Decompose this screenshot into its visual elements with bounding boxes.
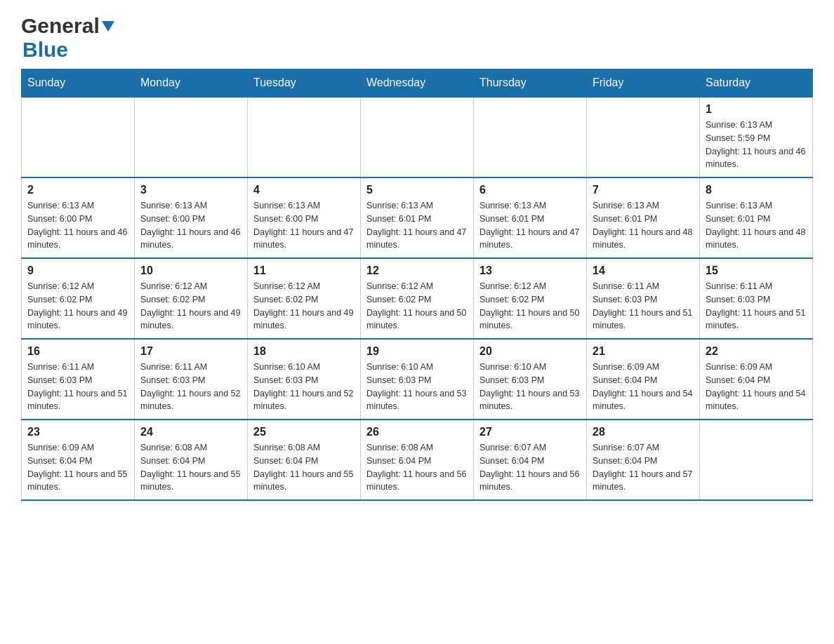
logo: General Blue bbox=[21, 14, 114, 62]
day-sun-info: Sunrise: 6:12 AMSunset: 6:02 PMDaylight:… bbox=[27, 280, 128, 333]
calendar-week-row: 2Sunrise: 6:13 AMSunset: 6:00 PMDaylight… bbox=[22, 177, 813, 258]
calendar-cell: 26Sunrise: 6:08 AMSunset: 6:04 PMDayligh… bbox=[361, 420, 474, 500]
calendar-cell: 4Sunrise: 6:13 AMSunset: 6:00 PMDaylight… bbox=[248, 177, 361, 258]
logo-triangle-icon bbox=[102, 21, 114, 32]
day-number: 18 bbox=[253, 345, 355, 358]
day-number: 17 bbox=[140, 345, 241, 358]
weekday-header-thursday: Thursday bbox=[474, 69, 587, 98]
day-number: 10 bbox=[140, 264, 241, 277]
calendar-cell bbox=[474, 97, 587, 177]
day-sun-info: Sunrise: 6:08 AMSunset: 6:04 PMDaylight:… bbox=[366, 441, 468, 494]
weekday-header-wednesday: Wednesday bbox=[361, 69, 474, 98]
day-number: 6 bbox=[479, 184, 581, 196]
day-number: 23 bbox=[27, 426, 128, 438]
calendar-cell: 11Sunrise: 6:12 AMSunset: 6:02 PMDayligh… bbox=[248, 258, 361, 339]
calendar-cell bbox=[587, 97, 700, 177]
day-sun-info: Sunrise: 6:12 AMSunset: 6:02 PMDaylight:… bbox=[253, 280, 355, 333]
day-sun-info: Sunrise: 6:08 AMSunset: 6:04 PMDaylight:… bbox=[253, 441, 355, 494]
weekday-header-friday: Friday bbox=[587, 69, 700, 98]
day-sun-info: Sunrise: 6:13 AMSunset: 5:59 PMDaylight:… bbox=[706, 119, 807, 171]
calendar-cell: 25Sunrise: 6:08 AMSunset: 6:04 PMDayligh… bbox=[248, 420, 361, 500]
calendar-cell bbox=[700, 420, 813, 500]
calendar-cell: 7Sunrise: 6:13 AMSunset: 6:01 PMDaylight… bbox=[587, 177, 700, 258]
calendar-cell bbox=[361, 97, 474, 177]
day-number: 15 bbox=[706, 264, 807, 277]
day-sun-info: Sunrise: 6:13 AMSunset: 6:00 PMDaylight:… bbox=[253, 199, 355, 252]
calendar-cell: 9Sunrise: 6:12 AMSunset: 6:02 PMDaylight… bbox=[22, 258, 135, 339]
logo-general: General bbox=[21, 14, 100, 38]
weekday-header-sunday: Sunday bbox=[22, 69, 135, 98]
day-number: 20 bbox=[479, 345, 581, 358]
day-number: 9 bbox=[27, 264, 128, 277]
calendar-cell: 21Sunrise: 6:09 AMSunset: 6:04 PMDayligh… bbox=[587, 339, 700, 420]
day-sun-info: Sunrise: 6:12 AMSunset: 6:02 PMDaylight:… bbox=[479, 280, 581, 333]
day-sun-info: Sunrise: 6:12 AMSunset: 6:02 PMDaylight:… bbox=[366, 280, 468, 333]
day-sun-info: Sunrise: 6:11 AMSunset: 6:03 PMDaylight:… bbox=[593, 280, 694, 333]
calendar-week-row: 1Sunrise: 6:13 AMSunset: 5:59 PMDaylight… bbox=[22, 97, 813, 177]
calendar-cell: 5Sunrise: 6:13 AMSunset: 6:01 PMDaylight… bbox=[361, 177, 474, 258]
calendar-week-row: 9Sunrise: 6:12 AMSunset: 6:02 PMDaylight… bbox=[22, 258, 813, 339]
calendar-cell: 15Sunrise: 6:11 AMSunset: 6:03 PMDayligh… bbox=[700, 258, 813, 339]
calendar-cell: 23Sunrise: 6:09 AMSunset: 6:04 PMDayligh… bbox=[22, 420, 135, 500]
day-sun-info: Sunrise: 6:09 AMSunset: 6:04 PMDaylight:… bbox=[706, 361, 807, 413]
logo-blue: Blue bbox=[22, 38, 68, 61]
day-sun-info: Sunrise: 6:07 AMSunset: 6:04 PMDaylight:… bbox=[479, 441, 581, 494]
day-sun-info: Sunrise: 6:13 AMSunset: 6:01 PMDaylight:… bbox=[593, 199, 694, 252]
calendar-table: SundayMondayTuesdayWednesdayThursdayFrid… bbox=[21, 69, 813, 501]
calendar-cell: 18Sunrise: 6:10 AMSunset: 6:03 PMDayligh… bbox=[248, 339, 361, 420]
day-number: 21 bbox=[593, 345, 694, 358]
day-number: 3 bbox=[140, 184, 241, 196]
weekday-header-monday: Monday bbox=[135, 69, 248, 98]
calendar-cell: 17Sunrise: 6:11 AMSunset: 6:03 PMDayligh… bbox=[135, 339, 248, 420]
day-sun-info: Sunrise: 6:11 AMSunset: 6:03 PMDaylight:… bbox=[27, 361, 128, 413]
day-number: 4 bbox=[253, 184, 355, 196]
calendar-cell: 8Sunrise: 6:13 AMSunset: 6:01 PMDaylight… bbox=[700, 177, 813, 258]
calendar-cell bbox=[135, 97, 248, 177]
day-number: 2 bbox=[27, 184, 128, 196]
day-number: 27 bbox=[479, 426, 581, 438]
calendar-week-row: 16Sunrise: 6:11 AMSunset: 6:03 PMDayligh… bbox=[22, 339, 813, 420]
weekday-header-saturday: Saturday bbox=[700, 69, 813, 98]
day-number: 1 bbox=[706, 103, 807, 116]
calendar-cell: 22Sunrise: 6:09 AMSunset: 6:04 PMDayligh… bbox=[700, 339, 813, 420]
calendar-cell: 24Sunrise: 6:08 AMSunset: 6:04 PMDayligh… bbox=[135, 420, 248, 500]
day-sun-info: Sunrise: 6:11 AMSunset: 6:03 PMDaylight:… bbox=[140, 361, 241, 413]
day-sun-info: Sunrise: 6:09 AMSunset: 6:04 PMDaylight:… bbox=[593, 361, 694, 413]
day-sun-info: Sunrise: 6:09 AMSunset: 6:04 PMDaylight:… bbox=[27, 441, 128, 494]
calendar-cell: 27Sunrise: 6:07 AMSunset: 6:04 PMDayligh… bbox=[474, 420, 587, 500]
calendar-cell bbox=[22, 97, 135, 177]
day-number: 12 bbox=[366, 264, 468, 277]
calendar-cell: 20Sunrise: 6:10 AMSunset: 6:03 PMDayligh… bbox=[474, 339, 587, 420]
calendar-cell: 16Sunrise: 6:11 AMSunset: 6:03 PMDayligh… bbox=[22, 339, 135, 420]
day-sun-info: Sunrise: 6:12 AMSunset: 6:02 PMDaylight:… bbox=[140, 280, 241, 333]
day-number: 13 bbox=[479, 264, 581, 277]
calendar-cell: 6Sunrise: 6:13 AMSunset: 6:01 PMDaylight… bbox=[474, 177, 587, 258]
day-sun-info: Sunrise: 6:13 AMSunset: 6:01 PMDaylight:… bbox=[479, 199, 581, 252]
day-number: 8 bbox=[706, 184, 807, 196]
day-sun-info: Sunrise: 6:13 AMSunset: 6:00 PMDaylight:… bbox=[27, 199, 128, 252]
day-sun-info: Sunrise: 6:08 AMSunset: 6:04 PMDaylight:… bbox=[140, 441, 241, 494]
calendar-cell: 13Sunrise: 6:12 AMSunset: 6:02 PMDayligh… bbox=[474, 258, 587, 339]
day-number: 19 bbox=[366, 345, 468, 358]
day-sun-info: Sunrise: 6:11 AMSunset: 6:03 PMDaylight:… bbox=[706, 280, 807, 333]
day-sun-info: Sunrise: 6:10 AMSunset: 6:03 PMDaylight:… bbox=[366, 361, 468, 413]
calendar-cell: 28Sunrise: 6:07 AMSunset: 6:04 PMDayligh… bbox=[587, 420, 700, 500]
calendar-cell: 14Sunrise: 6:11 AMSunset: 6:03 PMDayligh… bbox=[587, 258, 700, 339]
day-number: 5 bbox=[366, 184, 468, 196]
calendar-cell: 10Sunrise: 6:12 AMSunset: 6:02 PMDayligh… bbox=[135, 258, 248, 339]
weekday-header-tuesday: Tuesday bbox=[248, 69, 361, 98]
calendar-cell: 1Sunrise: 6:13 AMSunset: 5:59 PMDaylight… bbox=[700, 97, 813, 177]
day-number: 25 bbox=[253, 426, 355, 438]
calendar-cell: 3Sunrise: 6:13 AMSunset: 6:00 PMDaylight… bbox=[135, 177, 248, 258]
calendar-cell bbox=[248, 97, 361, 177]
day-number: 24 bbox=[140, 426, 241, 438]
day-sun-info: Sunrise: 6:10 AMSunset: 6:03 PMDaylight:… bbox=[253, 361, 355, 413]
day-sun-info: Sunrise: 6:07 AMSunset: 6:04 PMDaylight:… bbox=[593, 441, 694, 494]
day-sun-info: Sunrise: 6:13 AMSunset: 6:00 PMDaylight:… bbox=[140, 199, 241, 252]
day-sun-info: Sunrise: 6:13 AMSunset: 6:01 PMDaylight:… bbox=[366, 199, 468, 252]
weekday-header-row: SundayMondayTuesdayWednesdayThursdayFrid… bbox=[22, 69, 813, 98]
calendar-cell: 19Sunrise: 6:10 AMSunset: 6:03 PMDayligh… bbox=[361, 339, 474, 420]
day-number: 28 bbox=[593, 426, 694, 438]
day-number: 7 bbox=[593, 184, 694, 196]
calendar-cell: 12Sunrise: 6:12 AMSunset: 6:02 PMDayligh… bbox=[361, 258, 474, 339]
